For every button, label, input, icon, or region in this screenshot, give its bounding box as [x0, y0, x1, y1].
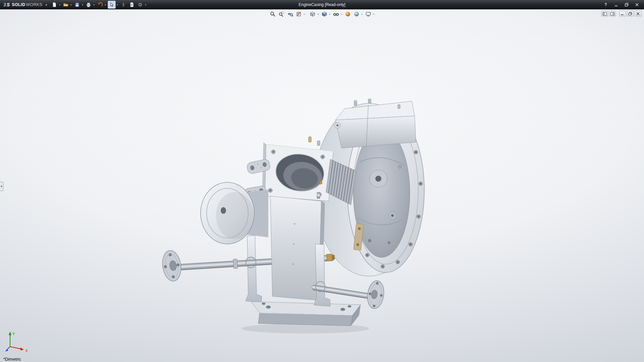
- new-document-button[interactable]: [51, 1, 58, 8]
- save-dropdown-caret[interactable]: ▾: [81, 3, 84, 6]
- zoom-to-fit-button[interactable]: [269, 10, 276, 18]
- rebuild-button[interactable]: [120, 1, 127, 8]
- block-stud: [309, 137, 311, 142]
- undo-dropdown-caret[interactable]: ▾: [104, 3, 107, 6]
- apply-scene-caret[interactable]: ▾: [361, 13, 363, 16]
- axis-z: [5, 347, 10, 352]
- open-dropdown-caret[interactable]: ▾: [70, 3, 72, 6]
- hide-show-items-button[interactable]: [332, 10, 340, 18]
- restore-document-icon: [628, 12, 632, 15]
- new-document-icon: [52, 2, 57, 7]
- display-style-icon: [321, 11, 327, 17]
- close-icon: [635, 3, 639, 7]
- flyout-arrow-icon: [1, 185, 2, 187]
- orientation-triad: Y X: [0, 326, 37, 357]
- featuremanager-flyout-tab[interactable]: [0, 182, 3, 191]
- previous-view-icon: [287, 11, 293, 17]
- file-properties-icon: [129, 2, 135, 7]
- edit-appearance-ball-icon: [345, 11, 351, 17]
- solidworks-logo: 3 S SOLID WORKS: [0, 0, 45, 9]
- minimize-document-icon: [621, 12, 625, 15]
- section-view-button[interactable]: [295, 10, 303, 18]
- help-button[interactable]: ?: [603, 2, 609, 8]
- pane-left-icon: [603, 12, 607, 15]
- edit-appearance-button[interactable]: [344, 10, 352, 18]
- undo-button[interactable]: [96, 1, 104, 8]
- zoom-to-area-button[interactable]: [278, 10, 285, 18]
- display-style-button[interactable]: [321, 10, 328, 18]
- hide-show-glasses-icon: [333, 11, 339, 17]
- brand-solid: SOLID: [12, 2, 25, 7]
- view-orientation-cube-icon: [310, 11, 316, 17]
- hide-show-caret[interactable]: ▾: [340, 13, 343, 16]
- options-gear-icon: [138, 2, 143, 7]
- pane-right-icon: [610, 12, 614, 15]
- 3ds-logo-icon-s: S: [7, 2, 10, 7]
- minimize-icon: [614, 3, 618, 7]
- minimize-button[interactable]: [613, 2, 619, 8]
- new-dropdown-caret[interactable]: ▾: [58, 3, 61, 6]
- display-style-caret[interactable]: ▾: [328, 13, 331, 16]
- axis-x-label: X: [25, 349, 28, 353]
- apply-scene-button[interactable]: [353, 10, 360, 18]
- headsup-view-toolbar: ▾ ▾ ▾: [268, 10, 376, 18]
- titlebar-toolbar: ▾ ▾ ▾: [51, 1, 148, 9]
- axis-x: X: [10, 347, 28, 353]
- apply-scene-icon: [354, 11, 360, 17]
- restore-document-button[interactable]: [627, 11, 634, 16]
- document-window-controls: [600, 11, 641, 16]
- document-title: EngineCasing [Read-only]: [299, 0, 345, 9]
- close-document-icon: [636, 12, 640, 15]
- pane-left-button[interactable]: [601, 11, 608, 16]
- menu-expand-arrow[interactable]: ▸: [46, 3, 48, 6]
- undo-icon: [97, 2, 103, 7]
- graphics-area[interactable]: ▾ ▾ ▾: [0, 9, 644, 362]
- view-settings-caret[interactable]: ▾: [372, 13, 375, 16]
- model-valve-cover[interactable]: [334, 98, 416, 148]
- model-support-bracket-left[interactable]: [246, 235, 262, 302]
- close-button[interactable]: [634, 2, 640, 8]
- save-icon: [74, 2, 80, 7]
- select-dropdown-caret[interactable]: ▾: [116, 3, 119, 6]
- selection-highlight-vertex[interactable]: [319, 181, 322, 184]
- shaft-right-flange[interactable]: [366, 280, 385, 310]
- view-orientation-button[interactable]: [309, 10, 316, 18]
- engine-casing-model[interactable]: [0, 9, 644, 362]
- rebuild-traffic-light-icon: [121, 2, 126, 7]
- window-controls: ?: [603, 2, 644, 8]
- options-dropdown-caret[interactable]: ▾: [144, 3, 147, 6]
- section-view-caret[interactable]: ▾: [303, 13, 306, 16]
- select-cursor-icon: [109, 2, 114, 7]
- view-settings-button[interactable]: [365, 10, 372, 18]
- view-orientation-caret[interactable]: ▾: [317, 13, 319, 16]
- open-document-button[interactable]: [62, 1, 69, 8]
- select-button[interactable]: [108, 1, 116, 9]
- titlebar[interactable]: 3 S SOLID WORKS ▸ ▾: [0, 0, 644, 9]
- open-folder-icon: [63, 2, 68, 7]
- 3ds-logo-icon: 3: [3, 2, 6, 7]
- zoom-to-area-icon: [278, 11, 284, 17]
- minimize-document-button[interactable]: [619, 11, 626, 16]
- brass-fitting[interactable]: [326, 254, 332, 261]
- file-properties-button[interactable]: [128, 1, 136, 8]
- model-flywheel-cover[interactable]: [201, 182, 268, 244]
- zoom-to-fit-icon: [270, 11, 276, 17]
- solidworks-window: 3 S SOLID WORKS ▸ ▾: [0, 0, 644, 362]
- section-view-icon: [296, 11, 302, 17]
- shaft-left-flange[interactable]: [161, 249, 183, 283]
- model-mounting-base[interactable]: [251, 302, 361, 326]
- print-button[interactable]: [85, 1, 92, 8]
- save-button[interactable]: [73, 1, 81, 8]
- print-dropdown-caret[interactable]: ▾: [93, 3, 95, 6]
- view-orientation-label: *Dimetric: [3, 357, 21, 362]
- restore-icon: [625, 3, 629, 7]
- restore-button[interactable]: [624, 2, 630, 8]
- previous-view-button[interactable]: [286, 10, 294, 18]
- view-settings-icon: [365, 11, 371, 17]
- axis-y-label: Y: [12, 332, 15, 336]
- brand-works: WORKS: [26, 2, 42, 7]
- print-icon: [86, 2, 91, 7]
- options-button[interactable]: [137, 1, 144, 8]
- close-document-button[interactable]: [635, 11, 641, 16]
- pane-right-button[interactable]: [609, 11, 616, 16]
